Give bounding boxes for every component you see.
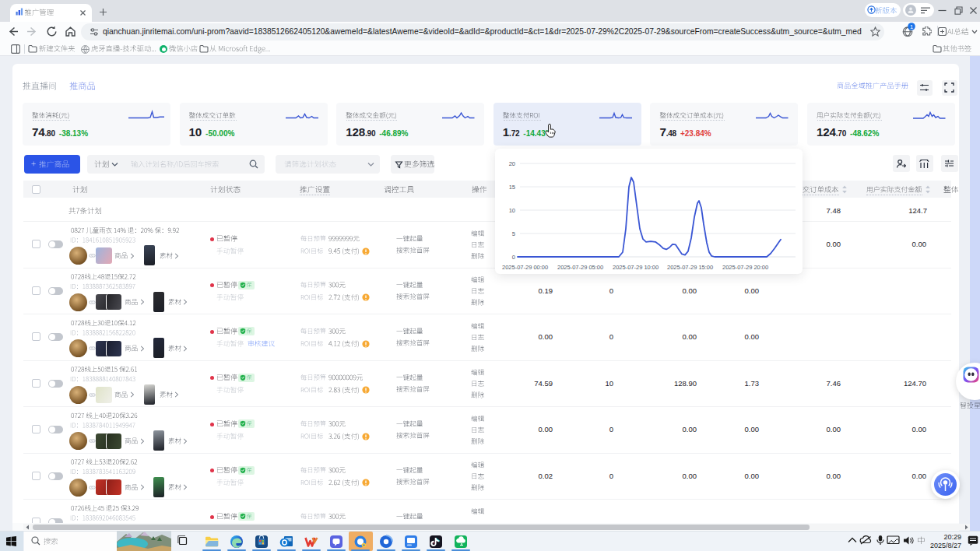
svg-text:2025-07-29 15:00: 2025-07-29 15:00 — [667, 264, 713, 271]
svg-text:20: 20 — [509, 160, 515, 167]
svg-text:2025-07-29 05:00: 2025-07-29 05:00 — [557, 264, 603, 271]
svg-text:0: 0 — [512, 254, 515, 261]
svg-text:1: 1 — [910, 23, 913, 30]
svg-text:5: 5 — [512, 230, 515, 237]
svg-text:10: 10 — [509, 207, 515, 214]
svg-text:15: 15 — [509, 184, 515, 191]
svg-text:2025-07-29 20:00: 2025-07-29 20:00 — [722, 264, 768, 271]
svg-text:2025-07-29 00:00: 2025-07-29 00:00 — [502, 264, 548, 271]
svg-text:2025-07-29 10:00: 2025-07-29 10:00 — [613, 264, 659, 271]
